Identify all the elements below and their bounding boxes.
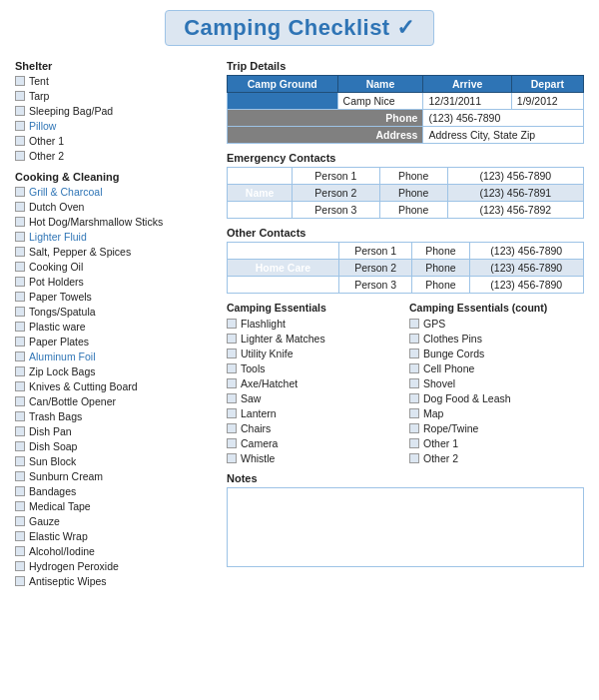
checkbox-icon[interactable] <box>227 438 237 448</box>
checkbox-icon[interactable] <box>227 408 237 418</box>
checkbox-icon[interactable] <box>15 501 25 511</box>
checkbox-icon[interactable] <box>227 334 237 344</box>
list-item: Sun Block <box>15 454 215 468</box>
checkbox-icon[interactable] <box>227 363 237 373</box>
list-item: Hydrogen Peroxide <box>15 559 215 573</box>
checkbox-icon[interactable] <box>15 232 25 242</box>
list-item: Gauze <box>15 514 215 528</box>
list-item: Salt, Pepper & Spices <box>15 245 215 259</box>
checkbox-icon[interactable] <box>15 351 25 361</box>
checkbox-icon[interactable] <box>15 247 25 257</box>
checkbox-icon[interactable] <box>15 121 25 131</box>
checkbox-icon[interactable] <box>227 453 237 463</box>
oc-row2-name: Home Care <box>228 260 339 277</box>
checkbox-icon[interactable] <box>227 319 237 329</box>
notes-box[interactable] <box>227 487 584 567</box>
checkbox-icon[interactable] <box>15 411 25 421</box>
checkbox-icon[interactable] <box>15 91 25 101</box>
list-item: Alcohol/Iodine <box>15 544 215 558</box>
ec-row3-phone-label: Phone <box>379 202 447 219</box>
checkbox-icon[interactable] <box>409 393 419 403</box>
checkbox-icon[interactable] <box>15 307 25 317</box>
other-contacts-header: Other Contacts <box>227 227 584 239</box>
checkbox-icon[interactable] <box>15 471 25 481</box>
list-item: Medical Tape <box>15 499 215 513</box>
checkbox-icon[interactable] <box>15 381 25 391</box>
list-item: Elastic Wrap <box>15 529 215 543</box>
checkbox-icon[interactable] <box>15 262 25 272</box>
checkbox-icon[interactable] <box>15 396 25 406</box>
checkbox-icon[interactable] <box>15 576 25 586</box>
list-item: Rope/Twine <box>409 421 584 435</box>
list-item: Plastic ware <box>15 320 215 334</box>
item-label: Alcohol/Iodine <box>29 544 95 558</box>
title-checkmark: ✓ <box>396 15 415 40</box>
checkbox-icon[interactable] <box>409 453 419 463</box>
checkbox-icon[interactable] <box>15 202 25 212</box>
item-label: Aluminum Foil <box>29 350 96 363</box>
list-item: Saw <box>227 391 401 405</box>
checkbox-icon[interactable] <box>15 292 25 302</box>
checkbox-icon[interactable] <box>15 531 25 541</box>
checkbox-icon[interactable] <box>409 349 419 358</box>
checkbox-icon[interactable] <box>409 423 419 433</box>
oc-row1-phone-label: Phone <box>412 243 469 260</box>
item-label: Axe/Hatchet <box>241 376 298 390</box>
checkbox-icon[interactable] <box>15 217 25 227</box>
item-label: Pillow <box>29 119 56 133</box>
checkbox-icon[interactable] <box>15 561 25 571</box>
item-label: Saw <box>241 391 261 405</box>
list-item: Cooking Oil <box>15 260 215 274</box>
checkbox-icon[interactable] <box>227 423 237 433</box>
checkbox-icon[interactable] <box>15 322 25 332</box>
checkbox-icon[interactable] <box>227 393 237 403</box>
list-item: Lighter & Matches <box>227 332 401 346</box>
item-label: Dog Food & Leash <box>423 391 511 405</box>
item-label: Shovel <box>423 376 455 390</box>
list-item: Other 2 <box>409 451 584 465</box>
checkbox-icon[interactable] <box>409 378 419 388</box>
item-label: Clothes Pins <box>423 332 482 346</box>
checkbox-icon[interactable] <box>227 349 237 358</box>
checkbox-icon[interactable] <box>409 438 419 448</box>
ec-row3-name: Name <box>228 202 293 219</box>
trip-details-table: Camp Ground Name Arrive Depart Camp Nice… <box>227 75 584 144</box>
checkbox-icon[interactable] <box>15 456 25 466</box>
item-label: Cooking Oil <box>29 260 83 274</box>
checkbox-icon[interactable] <box>15 366 25 376</box>
checkbox-icon[interactable] <box>409 363 419 373</box>
item-label: Can/Bottle Opener <box>29 394 116 408</box>
oc-row3-phone: (123) 456-7890 <box>469 277 584 294</box>
item-label: Camera <box>241 436 278 450</box>
checkbox-icon[interactable] <box>15 426 25 436</box>
list-item: Aluminum Foil <box>15 350 215 363</box>
essentials-header1: Camping Essentials <box>227 302 401 314</box>
checkbox-icon[interactable] <box>15 441 25 451</box>
section-header-1: Cooking & Cleaning <box>15 171 215 183</box>
checkbox-icon[interactable] <box>409 334 419 344</box>
checkbox-icon[interactable] <box>227 378 237 388</box>
item-label: Tent <box>29 74 49 88</box>
ec-row3-person: Person 3 <box>293 202 379 219</box>
checkbox-icon[interactable] <box>409 408 419 418</box>
item-label: Sunburn Cream <box>29 469 103 483</box>
checkbox-icon[interactable] <box>15 106 25 116</box>
list-item: Flashlight <box>227 317 401 331</box>
checkbox-icon[interactable] <box>15 486 25 496</box>
checkbox-icon[interactable] <box>15 546 25 556</box>
checkbox-icon[interactable] <box>409 319 419 329</box>
checkbox-icon[interactable] <box>15 277 25 287</box>
checkbox-icon[interactable] <box>15 516 25 526</box>
checkbox-icon[interactable] <box>15 337 25 347</box>
checkbox-icon[interactable] <box>15 187 25 197</box>
checkbox-icon[interactable] <box>15 76 25 86</box>
item-label: Hot Dog/Marshmallow Sticks <box>29 215 163 229</box>
checkbox-icon[interactable] <box>15 151 25 161</box>
list-item: Grill & Charcoal <box>15 185 215 199</box>
item-label: Gauze <box>29 514 60 528</box>
list-item: Map <box>409 406 584 420</box>
checkbox-icon[interactable] <box>15 136 25 146</box>
oc-row3-name: Other Contact <box>228 277 339 294</box>
essentials-col2: Camping Essentials (count) GPSClothes Pi… <box>409 302 584 466</box>
other-contacts-table: Pet Care Person 1 Phone (123) 456-7890 H… <box>227 242 584 294</box>
